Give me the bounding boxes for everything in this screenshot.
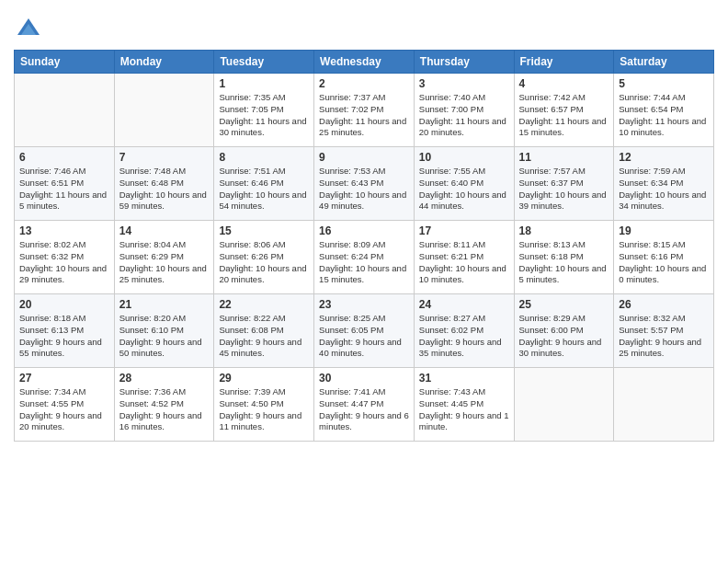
calendar-cell: 10Sunrise: 7:55 AM Sunset: 6:40 PM Dayli… xyxy=(414,147,514,221)
calendar-cell: 30Sunrise: 7:41 AM Sunset: 4:47 PM Dayli… xyxy=(314,368,415,442)
day-number: 18 xyxy=(519,224,609,237)
day-number: 8 xyxy=(219,151,309,164)
day-header-sunday: Sunday xyxy=(15,51,115,74)
day-info: Sunrise: 7:42 AM Sunset: 6:57 PM Dayligh… xyxy=(519,92,609,139)
week-row-2: 6Sunrise: 7:46 AM Sunset: 6:51 PM Daylig… xyxy=(15,147,714,221)
day-header-saturday: Saturday xyxy=(614,51,714,74)
day-number: 27 xyxy=(19,372,109,385)
calendar-cell: 27Sunrise: 7:34 AM Sunset: 4:55 PM Dayli… xyxy=(15,368,115,442)
day-info: Sunrise: 7:43 AM Sunset: 4:45 PM Dayligh… xyxy=(419,386,509,433)
day-number: 30 xyxy=(319,372,409,385)
day-number: 7 xyxy=(119,151,210,164)
calendar-cell: 5Sunrise: 7:44 AM Sunset: 6:54 PM Daylig… xyxy=(614,74,714,147)
week-row-5: 27Sunrise: 7:34 AM Sunset: 4:55 PM Dayli… xyxy=(15,368,714,442)
days-header-row: SundayMondayTuesdayWednesdayThursdayFrid… xyxy=(15,51,714,74)
calendar-cell: 9Sunrise: 7:53 AM Sunset: 6:43 PM Daylig… xyxy=(314,147,415,221)
day-number: 1 xyxy=(219,77,309,90)
calendar-cell: 25Sunrise: 8:29 AM Sunset: 6:00 PM Dayli… xyxy=(514,294,614,368)
day-number: 23 xyxy=(319,298,409,311)
day-number: 22 xyxy=(219,298,309,311)
day-number: 16 xyxy=(319,224,409,237)
calendar-table: SundayMondayTuesdayWednesdayThursdayFrid… xyxy=(14,50,714,442)
calendar-cell: 7Sunrise: 7:48 AM Sunset: 6:48 PM Daylig… xyxy=(114,147,214,221)
calendar-cell xyxy=(114,74,214,147)
header xyxy=(14,9,714,42)
day-info: Sunrise: 7:51 AM Sunset: 6:46 PM Dayligh… xyxy=(219,166,309,213)
day-number: 13 xyxy=(19,224,109,237)
day-number: 15 xyxy=(219,224,309,237)
calendar-cell: 31Sunrise: 7:43 AM Sunset: 4:45 PM Dayli… xyxy=(414,368,514,442)
day-info: Sunrise: 7:53 AM Sunset: 6:43 PM Dayligh… xyxy=(319,166,409,213)
day-info: Sunrise: 8:11 AM Sunset: 6:21 PM Dayligh… xyxy=(419,239,509,286)
day-info: Sunrise: 7:35 AM Sunset: 7:05 PM Dayligh… xyxy=(219,92,309,139)
day-header-monday: Monday xyxy=(114,51,214,74)
day-info: Sunrise: 7:40 AM Sunset: 7:00 PM Dayligh… xyxy=(419,92,509,139)
calendar-cell: 26Sunrise: 8:32 AM Sunset: 5:57 PM Dayli… xyxy=(614,294,714,368)
calendar-cell: 21Sunrise: 8:20 AM Sunset: 6:10 PM Dayli… xyxy=(114,294,214,368)
calendar-cell: 20Sunrise: 8:18 AM Sunset: 6:13 PM Dayli… xyxy=(15,294,115,368)
day-header-friday: Friday xyxy=(514,51,614,74)
day-info: Sunrise: 8:18 AM Sunset: 6:13 PM Dayligh… xyxy=(19,313,109,360)
day-number: 20 xyxy=(19,298,109,311)
day-info: Sunrise: 8:27 AM Sunset: 6:02 PM Dayligh… xyxy=(419,313,509,360)
calendar-cell: 19Sunrise: 8:15 AM Sunset: 6:16 PM Dayli… xyxy=(614,221,714,294)
day-number: 2 xyxy=(319,77,409,90)
day-info: Sunrise: 7:37 AM Sunset: 7:02 PM Dayligh… xyxy=(319,92,409,139)
day-header-thursday: Thursday xyxy=(414,51,514,74)
day-number: 14 xyxy=(119,224,210,237)
day-number: 12 xyxy=(619,151,709,164)
day-info: Sunrise: 7:34 AM Sunset: 4:55 PM Dayligh… xyxy=(19,386,109,433)
day-number: 31 xyxy=(419,372,509,385)
day-number: 24 xyxy=(419,298,509,311)
day-info: Sunrise: 8:29 AM Sunset: 6:00 PM Dayligh… xyxy=(519,313,609,360)
calendar-cell: 13Sunrise: 8:02 AM Sunset: 6:32 PM Dayli… xyxy=(15,221,115,294)
day-number: 9 xyxy=(319,151,409,164)
calendar-cell: 22Sunrise: 8:22 AM Sunset: 6:08 PM Dayli… xyxy=(214,294,314,368)
day-number: 17 xyxy=(419,224,509,237)
calendar-cell: 17Sunrise: 8:11 AM Sunset: 6:21 PM Dayli… xyxy=(414,221,514,294)
page: SundayMondayTuesdayWednesdayThursdayFrid… xyxy=(0,0,728,455)
day-info: Sunrise: 7:59 AM Sunset: 6:34 PM Dayligh… xyxy=(619,166,709,213)
day-number: 5 xyxy=(619,77,709,90)
day-number: 26 xyxy=(619,298,709,311)
day-info: Sunrise: 8:22 AM Sunset: 6:08 PM Dayligh… xyxy=(219,313,309,360)
day-info: Sunrise: 7:36 AM Sunset: 4:52 PM Dayligh… xyxy=(119,386,210,433)
day-number: 10 xyxy=(419,151,509,164)
calendar-cell: 2Sunrise: 7:37 AM Sunset: 7:02 PM Daylig… xyxy=(314,74,415,147)
day-info: Sunrise: 8:32 AM Sunset: 5:57 PM Dayligh… xyxy=(619,313,709,360)
day-header-wednesday: Wednesday xyxy=(314,51,415,74)
calendar-cell: 6Sunrise: 7:46 AM Sunset: 6:51 PM Daylig… xyxy=(15,147,115,221)
calendar-cell: 3Sunrise: 7:40 AM Sunset: 7:00 PM Daylig… xyxy=(414,74,514,147)
day-number: 11 xyxy=(519,151,609,164)
calendar-cell xyxy=(514,368,614,442)
week-row-3: 13Sunrise: 8:02 AM Sunset: 6:32 PM Dayli… xyxy=(15,221,714,294)
calendar-cell: 4Sunrise: 7:42 AM Sunset: 6:57 PM Daylig… xyxy=(514,74,614,147)
calendar-cell: 11Sunrise: 7:57 AM Sunset: 6:37 PM Dayli… xyxy=(514,147,614,221)
calendar-cell xyxy=(15,74,115,147)
calendar-cell: 24Sunrise: 8:27 AM Sunset: 6:02 PM Dayli… xyxy=(414,294,514,368)
calendar-cell: 1Sunrise: 7:35 AM Sunset: 7:05 PM Daylig… xyxy=(214,74,314,147)
calendar-cell: 12Sunrise: 7:59 AM Sunset: 6:34 PM Dayli… xyxy=(614,147,714,221)
week-row-1: 1Sunrise: 7:35 AM Sunset: 7:05 PM Daylig… xyxy=(15,74,714,147)
calendar-cell: 28Sunrise: 7:36 AM Sunset: 4:52 PM Dayli… xyxy=(114,368,214,442)
day-number: 28 xyxy=(119,372,210,385)
day-info: Sunrise: 8:25 AM Sunset: 6:05 PM Dayligh… xyxy=(319,313,409,360)
day-info: Sunrise: 7:44 AM Sunset: 6:54 PM Dayligh… xyxy=(619,92,709,139)
day-info: Sunrise: 8:06 AM Sunset: 6:26 PM Dayligh… xyxy=(219,239,309,286)
day-info: Sunrise: 7:48 AM Sunset: 6:48 PM Dayligh… xyxy=(119,166,210,213)
day-number: 6 xyxy=(19,151,109,164)
calendar-cell: 29Sunrise: 7:39 AM Sunset: 4:50 PM Dayli… xyxy=(214,368,314,442)
calendar-cell: 8Sunrise: 7:51 AM Sunset: 6:46 PM Daylig… xyxy=(214,147,314,221)
day-info: Sunrise: 8:20 AM Sunset: 6:10 PM Dayligh… xyxy=(119,313,210,360)
calendar-cell: 23Sunrise: 8:25 AM Sunset: 6:05 PM Dayli… xyxy=(314,294,415,368)
day-number: 21 xyxy=(119,298,210,311)
day-number: 3 xyxy=(419,77,509,90)
calendar-cell: 18Sunrise: 8:13 AM Sunset: 6:18 PM Dayli… xyxy=(514,221,614,294)
calendar-cell xyxy=(614,368,714,442)
day-info: Sunrise: 8:15 AM Sunset: 6:16 PM Dayligh… xyxy=(619,239,709,286)
logo-icon xyxy=(16,17,41,42)
day-number: 29 xyxy=(219,372,309,385)
logo xyxy=(14,17,41,42)
day-header-tuesday: Tuesday xyxy=(214,51,314,74)
day-info: Sunrise: 8:13 AM Sunset: 6:18 PM Dayligh… xyxy=(519,239,609,286)
